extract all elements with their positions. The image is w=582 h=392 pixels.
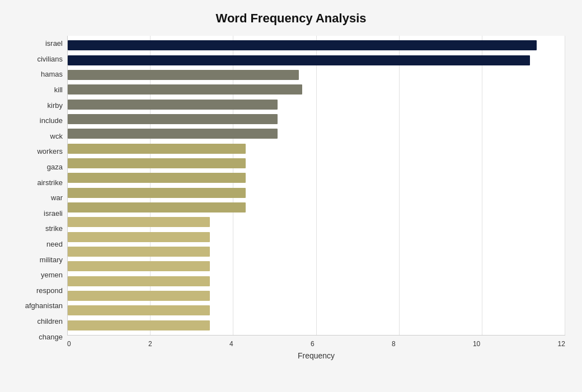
bar — [68, 129, 278, 139]
bar — [68, 70, 299, 80]
y-label: war — [51, 194, 63, 201]
x-axis-labels: 024681012 — [67, 338, 565, 349]
x-ticks-row: 024681012 — [67, 340, 565, 349]
bar-row — [68, 172, 565, 184]
x-tick-label: 2 — [148, 340, 152, 349]
y-label: hamas — [41, 70, 63, 78]
bar — [68, 232, 210, 242]
chart-area: israelcivilianshamaskillkirbyincludewckw… — [17, 36, 565, 360]
bar-row — [68, 39, 565, 51]
bar-row — [68, 290, 565, 302]
bar — [68, 144, 246, 154]
bar-row — [68, 231, 565, 243]
y-label: wck — [50, 133, 63, 140]
y-label: military — [40, 256, 63, 263]
y-label: israeli — [44, 210, 63, 217]
bar-row — [68, 54, 565, 67]
x-tick-label: 12 — [558, 340, 565, 349]
x-tick-label: 4 — [229, 340, 233, 349]
y-label: need — [46, 240, 63, 248]
y-label: yemen — [41, 271, 63, 278]
y-label: kill — [54, 86, 63, 93]
bar-row — [68, 69, 565, 81]
bar-row — [68, 143, 565, 155]
bar — [68, 261, 210, 271]
bar — [68, 188, 246, 198]
bar-row — [68, 187, 565, 199]
bar-row — [68, 304, 565, 317]
bar — [68, 305, 210, 315]
y-label: respond — [36, 287, 63, 294]
bar — [68, 40, 537, 50]
bar-row — [68, 127, 565, 140]
bar-row — [68, 216, 565, 228]
y-label: airstrike — [37, 179, 63, 186]
bar — [68, 158, 246, 168]
y-label: change — [39, 333, 63, 341]
x-tick-label: 0 — [67, 340, 71, 349]
y-label: afghanistan — [25, 302, 63, 309]
y-label: israel — [45, 40, 63, 47]
y-axis-labels: israelcivilianshamaskillkirbyincludewckw… — [17, 36, 67, 360]
bar — [68, 100, 278, 110]
bar — [68, 55, 530, 65]
bar — [68, 114, 278, 124]
bar-row — [68, 83, 565, 96]
bar-row — [68, 113, 565, 125]
bar — [68, 291, 210, 301]
bar-row — [68, 260, 565, 272]
x-tick-label: 6 — [311, 340, 315, 349]
bar-row — [68, 275, 565, 287]
x-axis-title: Frequency — [67, 351, 565, 360]
y-label: strike — [45, 225, 63, 232]
bar — [68, 276, 210, 286]
bar-row — [68, 319, 565, 332]
plot-area: 024681012 Frequency — [67, 36, 565, 360]
bar — [68, 320, 210, 330]
bar — [68, 84, 302, 95]
chart-title: Word Frequency Analysis — [17, 11, 565, 26]
bar-row — [68, 201, 565, 214]
chart-container: Word Frequency Analysis israelciviliansh… — [0, 0, 582, 392]
x-tick-label: 10 — [473, 340, 480, 349]
bar — [68, 202, 246, 212]
bar — [68, 247, 210, 257]
bar — [68, 217, 210, 227]
bars-inner — [68, 36, 565, 335]
bar — [68, 173, 246, 183]
x-tick-label: 8 — [392, 340, 396, 349]
y-label: children — [37, 318, 63, 325]
bar-row — [68, 98, 565, 111]
bars-wrapper — [67, 36, 565, 336]
y-label: workers — [37, 148, 63, 155]
y-label: civilians — [37, 55, 63, 63]
y-label: include — [40, 117, 63, 124]
y-label: kirby — [48, 102, 63, 109]
y-label: gaza — [47, 163, 63, 171]
bar-row — [68, 245, 565, 258]
bar-row — [68, 157, 565, 169]
